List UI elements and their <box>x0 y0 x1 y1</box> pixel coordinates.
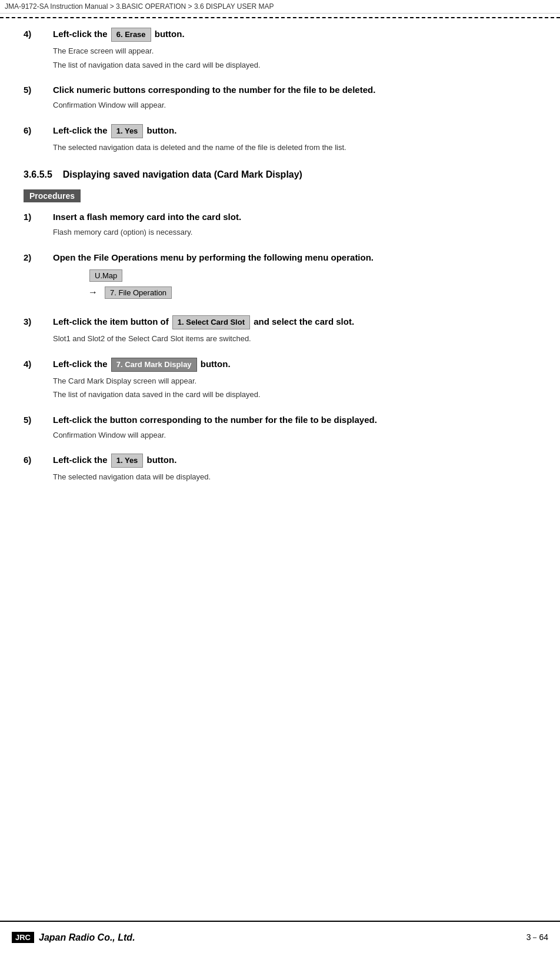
procedures-badge: Procedures <box>24 189 81 202</box>
step-body: Left-click the 1. Yes button. The select… <box>53 124 536 156</box>
step-main: Left-click the 6. Erase button. <box>53 28 536 42</box>
step-main: Left-click the 1. Yes button. <box>53 454 536 468</box>
prev-step-6: 6) Left-click the 1. Yes button. The sel… <box>24 124 536 156</box>
step-main: Left-click the 1. Yes button. <box>53 124 536 138</box>
file-operation-button: 7. File Operation <box>105 286 172 299</box>
step-body: Left-click the button corresponding to t… <box>53 414 536 444</box>
main-content: 4) Left-click the 6. Erase button. The E… <box>0 22 560 531</box>
step-body: Open the File Operations menu by perform… <box>53 251 536 305</box>
step-note-1: The Card Mark Display screen will appear… <box>53 375 536 387</box>
step-2: 2) Open the File Operations menu by perf… <box>24 251 536 305</box>
footer-logo: JRC Japan Radio Co., Ltd. <box>12 932 135 943</box>
step-6: 6) Left-click the 1. Yes button. The sel… <box>24 454 536 485</box>
yes-button-inline: 1. Yes <box>111 124 144 138</box>
step-1: 1) Insert a flash memory card into the c… <box>24 211 536 241</box>
breadcrumb: JMA-9172-SA Instruction Manual > 3.BASIC… <box>0 0 560 14</box>
step-num: 2) <box>24 251 53 262</box>
yes-button-2-inline: 1. Yes <box>111 454 144 468</box>
step-num: 3) <box>24 315 53 326</box>
menu-block: U.Map → 7. File Operation <box>88 269 536 299</box>
step-note-2: The list of navigation data saved in the… <box>53 389 536 401</box>
step-note: Flash memory card (option) is necessary. <box>53 226 536 238</box>
arrow-row: → 7. File Operation <box>88 286 173 299</box>
step-main: Left-click the 7. Card Mark Display butt… <box>53 358 536 372</box>
step-3: 3) Left-click the item button of 1. Sele… <box>24 315 536 347</box>
erase-button-inline: 6. Erase <box>111 28 151 42</box>
step-num: 1) <box>24 211 53 222</box>
step-note: The selected navigation data is deleted … <box>53 142 536 154</box>
step-body: Left-click the item button of 1. Select … <box>53 315 536 347</box>
step-num: 4) <box>24 28 53 39</box>
step-body: Click numeric buttons corresponding to t… <box>53 84 536 114</box>
select-card-slot-button: 1. Select Card Slot <box>172 315 250 329</box>
step-num: 6) <box>24 454 53 465</box>
step-body: Left-click the 6. Erase button. The Erac… <box>53 28 536 73</box>
step-main: Left-click the button corresponding to t… <box>53 414 536 426</box>
company-name: Japan Radio Co., Ltd. <box>39 932 135 943</box>
step-num: 4) <box>24 358 53 369</box>
step-body: Left-click the 7. Card Mark Display butt… <box>53 358 536 403</box>
step-5: 5) Left-click the button corresponding t… <box>24 414 536 444</box>
arrow-symbol: → <box>88 287 98 298</box>
step-4: 4) Left-click the 7. Card Mark Display b… <box>24 358 536 403</box>
step-main: Left-click the item button of 1. Select … <box>53 315 536 329</box>
page-number: 3－64 <box>526 932 548 943</box>
section-heading: 3.6.5.5 Displaying saved navigation data… <box>24 169 536 180</box>
jrc-label: JRC <box>12 932 34 943</box>
step-num: 6) <box>24 124 53 135</box>
step-main: Open the File Operations menu by perform… <box>53 251 536 264</box>
step-body: Insert a flash memory card into the card… <box>53 211 536 241</box>
step-note: Confirmation Window will appear. <box>53 429 536 441</box>
umap-button: U.Map <box>89 269 122 282</box>
step-num: 5) <box>24 84 53 95</box>
step-body: Left-click the 1. Yes button. The select… <box>53 454 536 485</box>
step-note-2: The list of navigation data saved in the… <box>53 59 536 71</box>
prev-step-4: 4) Left-click the 6. Erase button. The E… <box>24 28 536 73</box>
dashed-separator <box>0 17 560 18</box>
card-mark-display-button: 7. Card Mark Display <box>111 358 197 372</box>
prev-step-5: 5) Click numeric buttons corresponding t… <box>24 84 536 114</box>
step-note: Confirmation Window will appear. <box>53 99 536 111</box>
step-note-1: The Erace screen will appear. <box>53 45 536 57</box>
step-main: Insert a flash memory card into the card… <box>53 211 536 223</box>
step-main: Click numeric buttons corresponding to t… <box>53 84 536 96</box>
step-num: 5) <box>24 414 53 425</box>
step-note: Slot1 and Slot2 of the Select Card Slot … <box>53 333 536 345</box>
footer: JRC Japan Radio Co., Ltd. 3－64 <box>0 921 560 953</box>
step-note: The selected navigation data will be dis… <box>53 471 536 483</box>
